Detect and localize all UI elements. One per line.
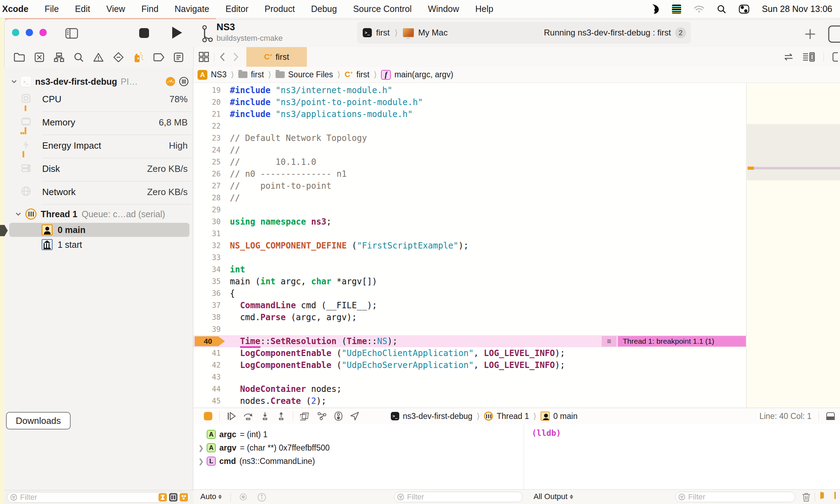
- expand-chevron-icon[interactable]: ❯: [198, 457, 203, 465]
- step-out-button[interactable]: [277, 412, 286, 421]
- code-line[interactable]: 30using namespace ns3;: [193, 216, 746, 228]
- line-number[interactable]: 23: [193, 132, 221, 144]
- continue-button[interactable]: [227, 412, 236, 421]
- line-number[interactable]: 41: [193, 347, 221, 359]
- code-line[interactable]: 39: [193, 323, 746, 335]
- zoom-window-button[interactable]: [39, 29, 47, 36]
- disclosure-chevron-icon[interactable]: [11, 80, 17, 83]
- code-line[interactable]: 40 Time::SetResolution (Time::NS);≡Threa…: [193, 335, 746, 347]
- control-center-icon[interactable]: [739, 5, 749, 14]
- code-line[interactable]: 44 NodeContainer nodes;: [193, 383, 746, 395]
- line-number[interactable]: 28: [193, 192, 221, 204]
- wifi-icon[interactable]: [694, 5, 704, 13]
- step-over-button[interactable]: [243, 412, 253, 421]
- code-text[interactable]: int: [230, 264, 245, 276]
- code-text[interactable]: NodeContainer nodes;: [230, 383, 342, 395]
- code-review-icon[interactable]: [783, 53, 794, 61]
- code-line[interactable]: 42 LogComponentEnable ("UdpEchoServerApp…: [193, 359, 746, 371]
- jump-subgroup[interactable]: Source Files: [288, 70, 333, 79]
- menu-item-edit[interactable]: Edit: [75, 4, 90, 14]
- line-number[interactable]: 37: [193, 299, 221, 311]
- code-line[interactable]: 22: [193, 120, 746, 132]
- add-button[interactable]: [804, 28, 816, 40]
- code-line[interactable]: 31: [193, 228, 746, 240]
- filter-flagged-button[interactable]: [159, 493, 167, 502]
- activity-count-badge[interactable]: 2: [675, 27, 686, 38]
- debug-navigator-icon[interactable]: [133, 52, 144, 63]
- keyboard-layout-icon[interactable]: [672, 5, 681, 14]
- menu-clock[interactable]: Sun 28 Nov 13:06: [762, 4, 832, 14]
- step-into-button[interactable]: [260, 412, 270, 421]
- line-number[interactable]: 19: [193, 84, 221, 96]
- library-button[interactable]: [828, 25, 840, 43]
- console-filter-field[interactable]: [675, 492, 795, 502]
- line-number[interactable]: 36: [193, 287, 221, 299]
- scheme-title[interactable]: NS3: [217, 22, 235, 33]
- gauge-row-memory[interactable]: Memory 6,8 MB: [4, 112, 193, 135]
- code-text[interactable]: #include "ns3/internet-module.h": [230, 84, 392, 96]
- code-line[interactable]: 37 CommandLine cmd (__FILE__);: [193, 299, 746, 311]
- threads-view-icon[interactable]: [179, 77, 189, 86]
- menu-item-find[interactable]: Find: [141, 4, 159, 14]
- code-line[interactable]: 34int: [193, 264, 746, 276]
- filter-breakpoints-button[interactable]: [180, 493, 188, 502]
- code-line[interactable]: 29: [193, 204, 746, 216]
- code-line[interactable]: 33: [193, 252, 746, 264]
- line-number[interactable]: 20: [193, 96, 221, 108]
- breakpoint-hit-tag[interactable]: Thread 1: breakpoint 1.1 (1): [618, 336, 746, 347]
- menu-item-help[interactable]: Help: [475, 4, 493, 14]
- editor-minimap[interactable]: [746, 83, 840, 408]
- console-view[interactable]: (lldb): [524, 424, 840, 489]
- console-filter-input[interactable]: [687, 492, 793, 502]
- info-icon[interactable]: [257, 493, 266, 502]
- crumb-frame[interactable]: 0 main: [553, 412, 577, 421]
- code-line[interactable]: 28//: [193, 192, 746, 204]
- line-number[interactable]: 34: [193, 264, 221, 276]
- jump-file[interactable]: first: [356, 70, 369, 79]
- activity-view[interactable]: >_ first ⟩ My Mac Running ns3-dev-first-…: [357, 22, 691, 44]
- project-navigator-icon[interactable]: [14, 53, 25, 62]
- variable-row[interactable]: ❯ A argv = (char **) 0x7ffeefbff500: [193, 441, 524, 454]
- code-text[interactable]: //: [230, 144, 240, 156]
- code-text[interactable]: LogComponentEnable ("UdpEchoServerApplic…: [230, 359, 565, 371]
- spotlight-search-icon[interactable]: [717, 5, 726, 14]
- menu-item-navigate[interactable]: Navigate: [175, 4, 209, 14]
- menu-app-name[interactable]: Xcode: [2, 4, 28, 14]
- line-number[interactable]: 25: [193, 156, 221, 168]
- show-all-tabs-icon[interactable]: [199, 52, 209, 62]
- report-navigator-icon[interactable]: [174, 52, 183, 62]
- crumb-thread[interactable]: Thread 1: [497, 412, 529, 421]
- jump-group[interactable]: first: [251, 70, 264, 79]
- stack-frame-start[interactable]: 1 start: [41, 239, 82, 250]
- source-editor[interactable]: 19#include "ns3/internet-module.h"20#inc…: [193, 83, 746, 408]
- test-navigator-icon[interactable]: [113, 52, 124, 63]
- line-number[interactable]: 22: [193, 120, 221, 132]
- code-line[interactable]: 35main (int argc, char *argv[]): [193, 276, 746, 287]
- crumb-process[interactable]: ns3-dev-first-debug: [403, 412, 472, 421]
- code-line[interactable]: 25// 10.1.1.0: [193, 156, 746, 168]
- code-text[interactable]: using namespace ns3;: [230, 216, 331, 228]
- run-button[interactable]: [172, 27, 182, 39]
- breakpoint-actions-icon[interactable]: ≡: [602, 336, 616, 347]
- find-navigator-icon[interactable]: [74, 52, 84, 62]
- memory-graph-icon[interactable]: [317, 412, 327, 421]
- jump-symbol[interactable]: main(argc, argv): [394, 70, 453, 79]
- line-number[interactable]: 21: [193, 108, 221, 120]
- line-number[interactable]: 35: [193, 276, 221, 287]
- code-text[interactable]: #include "ns3/point-to-point-module.h": [230, 96, 423, 108]
- code-text[interactable]: Time::SetResolution (Time::NS);: [230, 335, 398, 347]
- code-line[interactable]: 45 nodes.Create (2);: [193, 395, 746, 407]
- forward-button[interactable]: [233, 52, 239, 62]
- code-line[interactable]: 23// Default Network Topology: [193, 132, 746, 144]
- status-app-icon[interactable]: [651, 4, 659, 14]
- add-editor-icon[interactable]: [832, 52, 838, 62]
- line-number[interactable]: 38: [193, 311, 221, 323]
- code-text[interactable]: NS_LOG_COMPONENT_DEFINE ("FirstScriptExa…: [230, 240, 469, 252]
- destination-name[interactable]: My Mac: [418, 28, 448, 38]
- clear-console-icon[interactable]: [802, 492, 810, 502]
- back-button[interactable]: [219, 52, 226, 62]
- close-window-button[interactable]: [12, 29, 19, 36]
- code-line[interactable]: 26// n0 -------------- n1: [193, 168, 746, 180]
- line-number[interactable]: 45: [193, 395, 221, 407]
- minimap-visible-region[interactable]: [747, 124, 840, 180]
